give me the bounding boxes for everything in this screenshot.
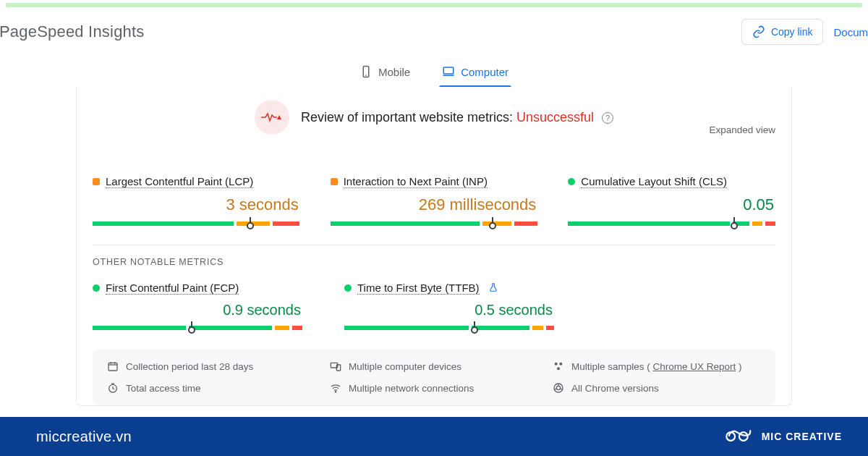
mobile-icon xyxy=(359,64,373,80)
expanded-view-toggle[interactable]: Expanded view xyxy=(709,124,775,135)
brand-domain: miccreative.vn xyxy=(36,428,132,445)
status-dot-lcp xyxy=(93,178,100,185)
chrome-ux-report-link[interactable]: Chrome UX Report xyxy=(653,361,736,372)
brand-name: MIC CREATIVE xyxy=(762,431,842,442)
metric-ttfb-name[interactable]: Time to First Byte (TTFB) xyxy=(357,282,480,295)
metric-cls-bar xyxy=(568,221,775,226)
metric-cls-name[interactable]: Cumulative Layout Shift (CLS) xyxy=(581,175,727,188)
review-status: Unsuccessful xyxy=(516,110,594,124)
status-dot-fcp xyxy=(93,284,100,292)
metric-lcp-name[interactable]: Largest Contentful Paint (LCP) xyxy=(106,175,253,188)
svg-rect-5 xyxy=(109,363,117,371)
vitals-status-icon xyxy=(255,100,289,135)
metric-fcp-marker xyxy=(187,321,196,334)
metric-cls-value: 0.05 xyxy=(568,195,775,214)
metric-cls-marker xyxy=(730,217,739,230)
metric-inp-bar xyxy=(331,221,538,226)
experimental-icon xyxy=(488,282,498,295)
tab-mobile[interactable]: Mobile xyxy=(357,59,413,87)
svg-rect-2 xyxy=(443,67,454,74)
samples-icon xyxy=(553,360,564,372)
info-chrome: All Chrome versions xyxy=(553,382,761,394)
svg-point-11 xyxy=(555,363,558,366)
status-dot-inp xyxy=(331,178,338,185)
metric-ttfb-bar xyxy=(344,326,554,330)
review-text: Review of important website metrics: Uns… xyxy=(301,110,613,125)
info-chrome-text: All Chrome versions xyxy=(571,383,659,394)
info-total: Total access time xyxy=(107,382,315,394)
device-tabs: Mobile Computer xyxy=(0,59,868,87)
metric-cls: Cumulative Layout Shift (CLS) 0.05 xyxy=(568,175,775,226)
copy-link-label: Copy link xyxy=(771,26,813,38)
metric-fcp-value: 0.9 seconds xyxy=(93,302,302,318)
header: PageSpeed Insights Copy link Docum xyxy=(0,7,868,54)
metric-fcp-name[interactable]: First Contentful Paint (FCP) xyxy=(106,282,239,295)
metric-lcp: Largest Contentful Paint (LCP) 3 seconds xyxy=(93,175,300,226)
clock-icon xyxy=(107,382,119,394)
info-total-text: Total access time xyxy=(126,383,201,394)
info-period-text: Collection period last 28 days xyxy=(126,361,253,372)
metric-ttfb-marker xyxy=(470,321,479,334)
wifi-icon xyxy=(330,382,341,394)
metric-fcp: First Contentful Paint (FCP) 0.9 seconds xyxy=(93,282,302,330)
info-network: Multiple network connections xyxy=(330,382,538,394)
info-samples: Multiple samples ( Chrome UX Report ) xyxy=(553,360,761,372)
infinity-icon xyxy=(721,426,753,447)
review-label: Review of important website metrics: xyxy=(301,110,516,124)
metric-inp-value: 269 milliseconds xyxy=(331,195,538,214)
info-devices: Multiple computer devices xyxy=(330,360,538,372)
tab-computer-label: Computer xyxy=(461,66,509,78)
computer-icon xyxy=(442,64,455,80)
metric-inp-name[interactable]: Interaction to Next Paint (INP) xyxy=(344,175,488,188)
svg-point-13 xyxy=(557,367,560,370)
info-samples-prefix: Multiple samples ( xyxy=(571,361,653,372)
brand-bar: miccreative.vn MIC CREATIVE xyxy=(0,417,868,456)
app-title: PageSpeed Insights xyxy=(0,22,145,41)
help-icon[interactable]: ? xyxy=(602,112,613,124)
tab-computer[interactable]: Computer xyxy=(439,59,511,87)
collection-info: Collection period last 28 days Multiple … xyxy=(93,349,775,405)
svg-point-20 xyxy=(556,386,560,389)
results-card: Review of important website metrics: Uns… xyxy=(76,87,792,406)
svg-marker-4 xyxy=(277,115,281,119)
calendar-icon xyxy=(107,360,119,372)
metric-inp-marker xyxy=(488,217,497,230)
svg-point-12 xyxy=(559,363,562,366)
tab-mobile-label: Mobile xyxy=(378,66,410,78)
info-samples-suffix: ) xyxy=(736,361,741,372)
review-row: Review of important website metrics: Uns… xyxy=(93,87,775,136)
devices-icon xyxy=(330,360,341,372)
chrome-icon xyxy=(553,382,564,394)
info-network-text: Multiple network connections xyxy=(349,383,474,394)
metric-fcp-bar xyxy=(93,326,302,330)
brand-logo: MIC CREATIVE xyxy=(721,426,842,447)
metric-ttfb: Time to First Byte (TTFB) 0.5 seconds xyxy=(344,282,554,330)
documentation-link[interactable]: Docum xyxy=(833,26,868,38)
metric-inp: Interaction to Next Paint (INP) 269 mill… xyxy=(331,175,538,226)
metric-lcp-marker xyxy=(246,217,255,230)
status-dot-cls xyxy=(568,178,575,185)
metric-lcp-bar xyxy=(93,221,300,226)
metric-lcp-value: 3 seconds xyxy=(93,195,300,214)
header-actions: Copy link Docum xyxy=(741,19,868,45)
info-period: Collection period last 28 days xyxy=(107,360,315,372)
link-icon xyxy=(752,25,765,38)
divider xyxy=(93,245,775,245)
other-metrics-row: First Contentful Paint (FCP) 0.9 seconds… xyxy=(93,282,775,330)
status-dot-ttfb xyxy=(344,284,352,292)
svg-point-18 xyxy=(335,392,336,392)
copy-link-button[interactable]: Copy link xyxy=(741,19,824,45)
info-devices-text: Multiple computer devices xyxy=(349,361,461,372)
core-metrics-row: Largest Contentful Paint (LCP) 3 seconds… xyxy=(93,175,775,226)
other-metrics-label: OTHER NOTABLE METRICS xyxy=(93,257,775,267)
metric-ttfb-value: 0.5 seconds xyxy=(344,302,554,318)
svg-line-16 xyxy=(113,389,114,389)
